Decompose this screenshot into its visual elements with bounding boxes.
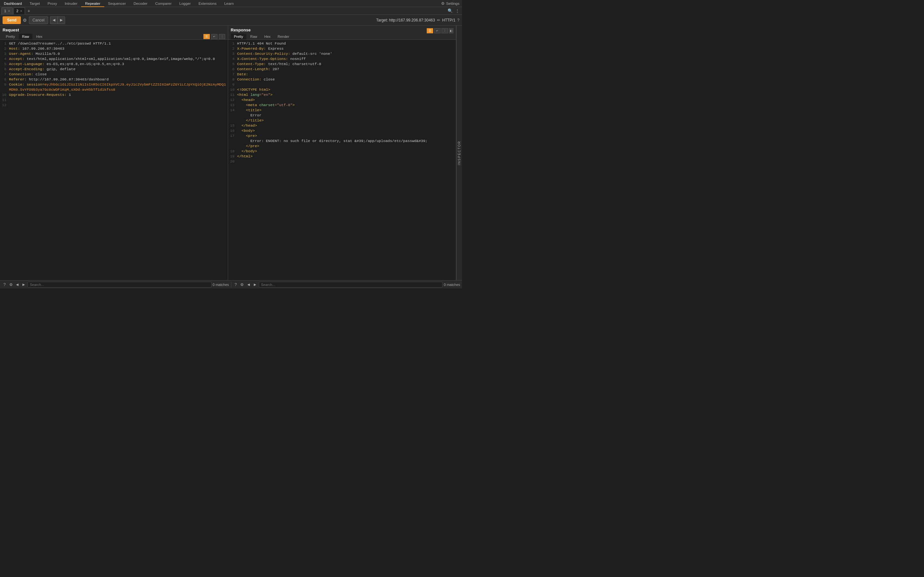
request-line-10: 10 Upgrade-Insecure-Requests: 1 — [0, 92, 228, 97]
inspector-label: INSPECTOR — [457, 141, 461, 165]
request-line-7: 7 Connection: close — [0, 72, 228, 77]
response-tab-pretty[interactable]: Pretty — [231, 34, 246, 39]
toolbar: Send ⚙ Cancel ◀ ▶ Target: http://167.99.… — [0, 15, 462, 26]
send-button[interactable]: Send — [3, 16, 21, 24]
response-prev-match[interactable]: ◀ — [246, 282, 251, 287]
response-tab-render[interactable]: Render — [274, 34, 292, 39]
response-line-16: 16 <body> — [228, 128, 456, 133]
response-line-12: 12 <head> — [228, 97, 456, 103]
response-line-6: 6 Content-Length: 207 — [228, 67, 456, 72]
gear-icon: ⚙ — [441, 1, 445, 6]
tab-bar: 1 × 2 × + 🔍 ⋮ — [0, 7, 462, 15]
response-view-wrap[interactable]: ↵ — [434, 28, 441, 33]
tab-2-label: 2 — [16, 9, 18, 13]
request-tab-pretty[interactable]: Pretty — [3, 34, 18, 39]
response-line-20: 20 — [228, 159, 456, 164]
request-line-1: 1 GET /download?resume=../../etc/passwd … — [0, 41, 228, 46]
response-line-8: 8 Connection: close — [228, 77, 456, 82]
response-line-14-1: Error — [228, 113, 456, 118]
request-tab-raw[interactable]: Raw — [19, 34, 32, 39]
request-search-input[interactable] — [27, 282, 212, 287]
next-button[interactable]: ▶ — [57, 16, 65, 24]
tab-1-close[interactable]: × — [8, 9, 10, 13]
response-line-13: 13 <meta charset="utf-8"> — [228, 103, 456, 108]
response-panel: Response ☰ ↵ ⋮ ◧ Pretty Raw Hex Render 1… — [228, 26, 456, 280]
response-view-btns: ☰ ↵ ⋮ ◧ — [427, 28, 453, 33]
response-tab-raw[interactable]: Raw — [247, 34, 260, 39]
response-line-15: 15 </head> — [228, 123, 456, 128]
nav-target[interactable]: Target — [26, 0, 44, 7]
request-view-more[interactable]: ⋮ — [219, 34, 225, 39]
tab-2[interactable]: 2 × — [13, 7, 25, 15]
response-line-9: 9 — [228, 82, 456, 87]
gear-settings-icon[interactable]: ⚙ — [23, 18, 27, 23]
response-search-input[interactable] — [259, 282, 443, 287]
toolbar-right: Target: http://167.99.206.87:30463 ✏ HTT… — [376, 18, 459, 23]
nav-repeater[interactable]: Repeater — [81, 0, 104, 7]
tab-1-label: 1 — [4, 9, 6, 13]
request-help-icon[interactable]: ? — [2, 282, 7, 287]
top-nav: Dashboard Target Proxy Intruder Repeater… — [0, 0, 462, 7]
request-code-area: 1 GET /download?resume=../../etc/passwd … — [0, 40, 228, 280]
inspector-toggle[interactable]: ◧ — [449, 28, 453, 33]
tab-add-button[interactable]: + — [26, 8, 32, 14]
nav-arrows: ◀ ▶ — [50, 16, 65, 24]
response-line-2: 2 X-Powered-By: Express — [228, 46, 456, 51]
nav-intruder[interactable]: Intruder — [61, 0, 81, 7]
response-next-match[interactable]: ▶ — [252, 282, 258, 287]
response-line-5: 5 Content-Type: text/html; charset=utf-8 — [228, 61, 456, 67]
response-line-17-1: Error: ENOENT: no such file or directory… — [228, 139, 456, 143]
response-settings-icon[interactable]: ⚙ — [240, 282, 245, 287]
request-view-wrap[interactable]: ↵ — [211, 34, 218, 39]
http-version-help-icon[interactable]: ? — [457, 18, 459, 23]
search-icon[interactable]: 🔍 — [447, 8, 453, 13]
tab-1[interactable]: 1 × — [1, 7, 13, 15]
tab-2-close[interactable]: × — [20, 9, 22, 13]
request-prev-match[interactable]: ◀ — [15, 282, 20, 287]
response-tab-hex[interactable]: Hex — [261, 34, 274, 39]
response-help-icon[interactable]: ? — [233, 282, 238, 287]
request-line-3: 3 User-Agent: Mozilla/5.0 — [0, 51, 228, 56]
nav-comparer[interactable]: Comparer — [152, 0, 176, 7]
nav-logger[interactable]: Logger — [176, 0, 195, 7]
response-line-18: 18 </body> — [228, 149, 456, 154]
response-line-17-2: </pre> — [228, 143, 456, 149]
request-line-2: 2 Host: 167.99.206.87:30463 — [0, 46, 228, 51]
nav-dashboard[interactable]: Dashboard — [0, 0, 26, 7]
inspector-sidebar: INSPECTOR — [456, 26, 462, 280]
nav-decoder[interactable]: Decoder — [129, 0, 151, 7]
request-matches: 0 matches — [213, 283, 229, 287]
request-next-match[interactable]: ▶ — [21, 282, 26, 287]
request-line-12: 12 — [0, 103, 228, 108]
cancel-button[interactable]: Cancel — [29, 16, 48, 24]
request-settings-icon[interactable]: ⚙ — [8, 282, 13, 287]
response-view-list[interactable]: ☰ — [427, 28, 433, 33]
request-panel-header: Request Pretty Raw Hex ☰ ↵ ⋮ — [0, 26, 228, 40]
request-tab-hex[interactable]: Hex — [33, 34, 46, 39]
request-panel: Request Pretty Raw Hex ☰ ↵ ⋮ 1 GET /down… — [0, 26, 228, 280]
response-view-more[interactable]: ⋮ — [441, 28, 448, 33]
response-code-area: 1 HTTP/1.1 404 Not Found 2 X-Powered-By:… — [228, 40, 456, 280]
response-line-3: 3 Content-Security-Policy: default-src '… — [228, 51, 456, 56]
request-view-list[interactable]: ☰ — [204, 34, 210, 39]
response-panel-header: Response ☰ ↵ ⋮ ◧ Pretty Raw Hex Render — [228, 26, 456, 40]
http-version-label: HTTP/1 — [442, 18, 455, 23]
edit-target-icon[interactable]: ✏ — [437, 18, 440, 23]
request-tab-right: ☰ ↵ ⋮ — [204, 34, 225, 39]
settings-button[interactable]: ⚙ Settings — [441, 1, 459, 6]
prev-button[interactable]: ◀ — [50, 16, 57, 24]
main-area: Request Pretty Raw Hex ☰ ↵ ⋮ 1 GET /down… — [0, 26, 462, 280]
response-line-17: 17 <pre> — [228, 133, 456, 139]
request-title: Request — [3, 27, 225, 32]
nav-sequencer[interactable]: Sequencer — [104, 0, 130, 7]
more-icon[interactable]: ⋮ — [455, 8, 459, 13]
response-title: Response — [231, 27, 250, 32]
nav-proxy[interactable]: Proxy — [44, 0, 61, 7]
request-search-bar: ? ⚙ ◀ ▶ 0 matches — [0, 282, 231, 287]
nav-learn[interactable]: Learn — [220, 0, 237, 7]
nav-extensions[interactable]: Extensions — [195, 0, 220, 7]
bottom-bar: ? ⚙ ◀ ▶ 0 matches ? ⚙ ◀ ▶ 0 matches — [0, 280, 462, 288]
response-line-10: 10 <!DOCTYPE html> — [228, 87, 456, 92]
request-line-9: 9 Cookie: session=eyJhbGciOiJIUzI1NiIsIn… — [0, 82, 228, 92]
request-line-11: 11 — [0, 97, 228, 103]
